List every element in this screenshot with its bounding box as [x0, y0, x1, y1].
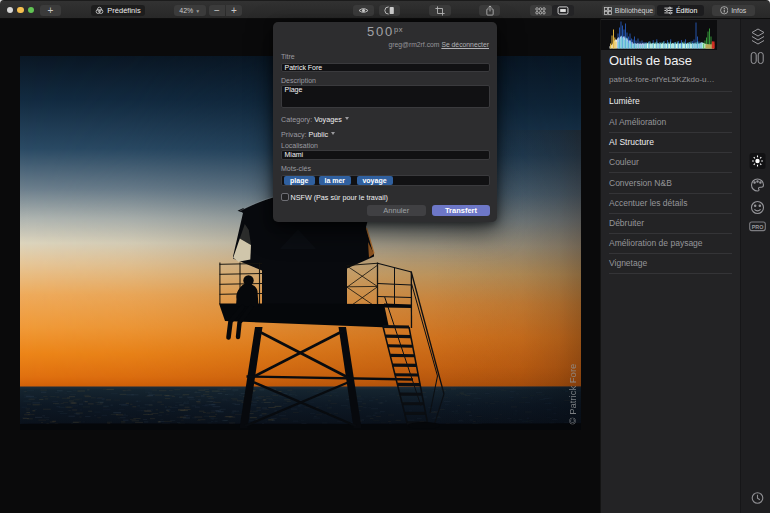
svg-text:© Patrick Fore: © Patrick Fore [567, 364, 578, 425]
svg-text:PRO: PRO [752, 224, 764, 230]
